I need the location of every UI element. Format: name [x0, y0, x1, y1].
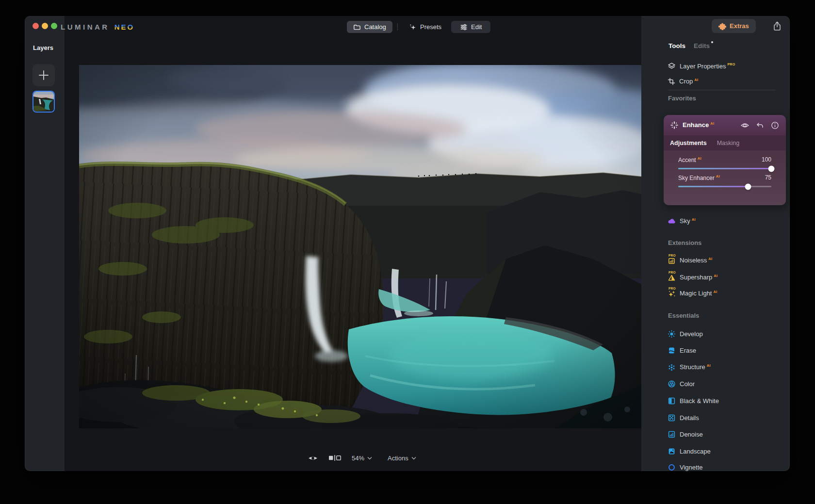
crop-icon — [668, 78, 675, 85]
tab-edit[interactable]: Edit — [451, 21, 490, 33]
vignette-row[interactable]: Vignette — [668, 462, 702, 471]
minimize-window-button[interactable] — [42, 23, 48, 29]
chevron-down-icon — [411, 456, 416, 460]
structure-dots-icon — [668, 363, 676, 372]
erase-row[interactable]: Erase — [668, 345, 696, 356]
accent-slider[interactable]: AccentAI 100 — [678, 156, 771, 169]
color-row[interactable]: Color — [668, 378, 695, 389]
puzzle-icon — [718, 22, 726, 30]
info-icon[interactable] — [770, 121, 780, 130]
share-icon[interactable] — [772, 21, 782, 33]
landscape-row[interactable]: Landscape — [668, 446, 711, 456]
layers-panel-title: Layers — [33, 44, 53, 51]
layer-properties-label: Layer PropertiesPRO — [680, 63, 735, 70]
color-circles-icon — [668, 380, 676, 388]
tab-catalog-label: Catalog — [364, 23, 386, 31]
logo-luminar: LUMINAR — [61, 23, 110, 31]
magic-light-row[interactable]: PRO Magic LightAI — [668, 288, 717, 299]
details-row[interactable]: Details — [668, 412, 699, 423]
denoise-icon — [668, 430, 676, 439]
magic-light-icon: PRO — [668, 290, 676, 298]
black-white-label: Black & White — [680, 397, 719, 405]
favorites-header: Favorites — [668, 95, 696, 102]
presets-sparkle-icon — [409, 23, 417, 31]
crop-row[interactable]: CropAI — [668, 76, 698, 87]
accent-label: AccentAI — [678, 156, 701, 163]
denoise-row[interactable]: Denoise — [668, 429, 703, 439]
sky-tool-row[interactable]: SkyAI — [668, 216, 696, 227]
visibility-eye-icon[interactable] — [740, 121, 750, 130]
landscape-picture-icon — [668, 447, 676, 455]
black-white-icon — [668, 397, 676, 405]
sky-enhancer-label: Sky EnhancerAI — [678, 174, 720, 181]
sky-label: SkyAI — [680, 217, 696, 225]
develop-row[interactable]: Develop — [668, 328, 703, 339]
zoom-level-value: 54% — [352, 455, 364, 462]
app-window: LUMINAR NEO Catalog Presets Edit — [25, 16, 790, 471]
sky-enhancer-slider[interactable]: Sky EnhancerAI 75 — [678, 174, 771, 187]
vignette-label: Vignette — [680, 464, 702, 471]
accent-slider-knob[interactable] — [768, 165, 775, 172]
vignette-ring-icon — [668, 463, 676, 471]
eraser-icon — [668, 346, 676, 355]
magic-light-label: Magic LightAI — [680, 290, 717, 297]
accent-slider-track[interactable] — [678, 168, 771, 169]
enhance-title: EnhanceAI — [683, 121, 714, 129]
crop-label: CropAI — [679, 78, 698, 85]
sliders-icon — [460, 23, 468, 31]
accent-value: 100 — [762, 156, 771, 163]
enhance-tabs: Adjustments Masking — [664, 135, 786, 150]
photo-canvas[interactable] — [79, 65, 641, 428]
close-window-button[interactable] — [33, 23, 39, 29]
tab-adjustments[interactable]: Adjustments — [670, 140, 707, 146]
add-layer-button[interactable] — [33, 64, 55, 86]
preview-eye-icon[interactable] — [308, 455, 318, 461]
develop-sun-icon — [668, 330, 676, 338]
extras-button[interactable]: Extras — [712, 19, 756, 33]
layer-properties-row[interactable]: Layer PropertiesPRO — [668, 61, 735, 71]
enhance-panel: EnhanceAI Adjustments Masking — [664, 115, 786, 205]
bottom-toolbar: 54% Actions — [308, 453, 416, 463]
erase-label: Erase — [680, 347, 696, 354]
tab-catalog[interactable]: Catalog — [347, 21, 392, 33]
extras-label: Extras — [730, 22, 749, 30]
details-checker-icon — [668, 414, 676, 422]
logo-neo: NEO — [114, 23, 135, 31]
window-controls — [33, 23, 57, 29]
tab-tools[interactable]: Tools — [668, 42, 685, 49]
actions-label: Actions — [388, 455, 408, 462]
folder-icon — [353, 23, 361, 31]
enhance-body: AccentAI 100 Sky EnhancerAI 75 — [664, 150, 786, 205]
landscape-label: Landscape — [680, 448, 711, 455]
structure-row[interactable]: StructureAI — [668, 362, 711, 373]
noiseless-icon: PRO — [668, 257, 676, 265]
develop-label: Develop — [680, 330, 703, 338]
enhance-header[interactable]: EnhanceAI — [664, 115, 786, 135]
black-white-row[interactable]: Black & White — [668, 395, 719, 406]
supersharp-icon: PRO — [668, 274, 676, 282]
edits-notification-dot — [711, 41, 713, 43]
app-logo: LUMINAR NEO — [61, 23, 134, 31]
color-label: Color — [680, 380, 695, 388]
extensions-header: Extensions — [668, 239, 701, 246]
tab-masking[interactable]: Masking — [717, 140, 740, 146]
enhance-burst-icon — [670, 121, 679, 130]
supersharp-label: SupersharpAI — [680, 274, 717, 281]
sky-enhancer-slider-track[interactable] — [678, 186, 771, 187]
details-label: Details — [680, 414, 699, 422]
tab-presets[interactable]: Presets — [403, 21, 448, 33]
tab-separator — [397, 23, 398, 31]
compare-icon[interactable] — [328, 455, 341, 461]
actions-dropdown[interactable]: Actions — [388, 455, 416, 462]
layer-thumbnail[interactable] — [33, 91, 55, 113]
zoom-window-button[interactable] — [51, 23, 57, 29]
undo-icon[interactable] — [756, 121, 764, 130]
supersharp-row[interactable]: PRO SupersharpAI — [668, 272, 717, 283]
zoom-level-dropdown[interactable]: 54% — [352, 455, 372, 462]
noiseless-row[interactable]: PRO NoiselessAI — [668, 255, 712, 266]
cloud-icon — [668, 217, 676, 225]
tab-edits[interactable]: Edits — [694, 42, 713, 49]
tab-presets-label: Presets — [420, 23, 441, 31]
structure-label: StructureAI — [680, 363, 711, 371]
sky-enhancer-slider-knob[interactable] — [745, 183, 751, 190]
